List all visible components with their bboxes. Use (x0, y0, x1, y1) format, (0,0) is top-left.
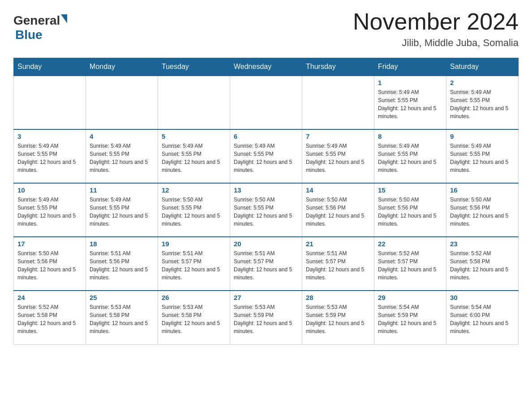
day-number: 19 (162, 240, 226, 248)
day-info: Sunrise: 5:53 AMSunset: 5:58 PMDaylight:… (162, 303, 226, 335)
calendar-cell: 23Sunrise: 5:52 AMSunset: 5:58 PMDayligh… (446, 237, 519, 291)
day-number: 29 (378, 294, 442, 301)
calendar-cell: 15Sunrise: 5:50 AMSunset: 5:56 PMDayligh… (374, 183, 446, 237)
calendar-cell: 4Sunrise: 5:49 AMSunset: 5:55 PMDaylight… (86, 129, 158, 183)
calendar-cell: 13Sunrise: 5:50 AMSunset: 5:55 PMDayligh… (230, 183, 302, 237)
day-number: 17 (17, 240, 82, 248)
logo-general-text: General (13, 13, 60, 28)
calendar-cell: 12Sunrise: 5:50 AMSunset: 5:55 PMDayligh… (158, 183, 230, 237)
day-number: 20 (234, 240, 298, 248)
day-info: Sunrise: 5:49 AMSunset: 5:55 PMDaylight:… (450, 142, 515, 174)
calendar-header-thursday: Thursday (302, 58, 374, 76)
day-info: Sunrise: 5:50 AMSunset: 5:55 PMDaylight:… (234, 196, 298, 228)
calendar-cell: 21Sunrise: 5:51 AMSunset: 5:57 PMDayligh… (302, 237, 374, 291)
calendar-cell: 7Sunrise: 5:49 AMSunset: 5:55 PMDaylight… (302, 129, 374, 183)
day-info: Sunrise: 5:50 AMSunset: 5:56 PMDaylight:… (17, 249, 82, 282)
day-info: Sunrise: 5:54 AMSunset: 5:59 PMDaylight:… (378, 303, 442, 335)
location-subtitle: Jilib, Middle Juba, Somalia (353, 37, 519, 49)
day-number: 8 (378, 133, 442, 140)
calendar-cell: 24Sunrise: 5:52 AMSunset: 5:58 PMDayligh… (14, 291, 86, 344)
calendar-cell (302, 76, 374, 129)
day-number: 22 (378, 240, 442, 248)
day-info: Sunrise: 5:52 AMSunset: 5:58 PMDaylight:… (17, 303, 82, 335)
day-number: 3 (17, 133, 82, 140)
day-number: 5 (162, 133, 226, 140)
day-info: Sunrise: 5:53 AMSunset: 5:59 PMDaylight:… (306, 303, 370, 335)
day-number: 9 (450, 133, 515, 140)
page-header: General Blue November 2024 Jilib, Middle… (13, 9, 519, 49)
calendar-cell: 22Sunrise: 5:52 AMSunset: 5:57 PMDayligh… (374, 237, 446, 291)
day-number: 27 (234, 294, 298, 301)
day-info: Sunrise: 5:52 AMSunset: 5:58 PMDaylight:… (450, 249, 515, 282)
logo-blue-text: Blue (15, 28, 43, 42)
calendar-cell: 1Sunrise: 5:49 AMSunset: 5:55 PMDaylight… (374, 76, 446, 129)
calendar-cell: 14Sunrise: 5:50 AMSunset: 5:56 PMDayligh… (302, 183, 374, 237)
calendar-cell: 3Sunrise: 5:49 AMSunset: 5:55 PMDaylight… (14, 129, 86, 183)
day-info: Sunrise: 5:49 AMSunset: 5:55 PMDaylight:… (378, 88, 442, 120)
day-number: 14 (306, 186, 370, 194)
calendar-cell: 20Sunrise: 5:51 AMSunset: 5:57 PMDayligh… (230, 237, 302, 291)
day-number: 16 (450, 186, 515, 194)
day-number: 28 (306, 294, 370, 301)
day-number: 30 (450, 294, 515, 301)
calendar-cell: 17Sunrise: 5:50 AMSunset: 5:56 PMDayligh… (14, 237, 86, 291)
day-info: Sunrise: 5:49 AMSunset: 5:55 PMDaylight:… (17, 196, 82, 228)
day-info: Sunrise: 5:50 AMSunset: 5:56 PMDaylight:… (378, 196, 442, 228)
calendar-week-row: 24Sunrise: 5:52 AMSunset: 5:58 PMDayligh… (14, 291, 519, 344)
calendar-header-monday: Monday (86, 58, 158, 76)
day-info: Sunrise: 5:49 AMSunset: 5:55 PMDaylight:… (306, 142, 370, 174)
day-number: 13 (234, 186, 298, 194)
day-info: Sunrise: 5:49 AMSunset: 5:55 PMDaylight:… (378, 142, 442, 174)
calendar-cell: 26Sunrise: 5:53 AMSunset: 5:58 PMDayligh… (158, 291, 230, 344)
logo-triangle-icon (61, 14, 67, 23)
day-number: 21 (306, 240, 370, 248)
day-info: Sunrise: 5:49 AMSunset: 5:55 PMDaylight:… (162, 142, 226, 174)
calendar-cell: 19Sunrise: 5:51 AMSunset: 5:57 PMDayligh… (158, 237, 230, 291)
calendar-header-sunday: Sunday (14, 58, 86, 76)
calendar-cell (230, 76, 302, 129)
calendar-cell: 10Sunrise: 5:49 AMSunset: 5:55 PMDayligh… (14, 183, 86, 237)
day-number: 4 (90, 133, 154, 140)
calendar-table: SundayMondayTuesdayWednesdayThursdayFrid… (13, 58, 519, 345)
calendar-cell: 27Sunrise: 5:53 AMSunset: 5:59 PMDayligh… (230, 291, 302, 344)
day-info: Sunrise: 5:49 AMSunset: 5:55 PMDaylight:… (17, 142, 82, 174)
day-number: 6 (234, 133, 298, 140)
calendar-header-tuesday: Tuesday (158, 58, 230, 76)
day-info: Sunrise: 5:50 AMSunset: 5:56 PMDaylight:… (450, 196, 515, 228)
calendar-cell: 6Sunrise: 5:49 AMSunset: 5:55 PMDaylight… (230, 129, 302, 183)
day-info: Sunrise: 5:49 AMSunset: 5:55 PMDaylight:… (234, 142, 298, 174)
day-number: 15 (378, 186, 442, 194)
day-number: 10 (17, 186, 82, 194)
day-info: Sunrise: 5:53 AMSunset: 5:58 PMDaylight:… (90, 303, 154, 335)
day-info: Sunrise: 5:51 AMSunset: 5:57 PMDaylight:… (234, 249, 298, 282)
calendar-cell: 30Sunrise: 5:54 AMSunset: 6:00 PMDayligh… (446, 291, 519, 344)
day-info: Sunrise: 5:50 AMSunset: 5:56 PMDaylight:… (306, 196, 370, 228)
day-number: 26 (162, 294, 226, 301)
day-number: 23 (450, 240, 515, 248)
day-number: 25 (90, 294, 154, 301)
day-number: 12 (162, 186, 226, 194)
day-number: 2 (450, 79, 515, 86)
day-info: Sunrise: 5:49 AMSunset: 5:55 PMDaylight:… (90, 196, 154, 228)
calendar-header-row: SundayMondayTuesdayWednesdayThursdayFrid… (14, 58, 519, 76)
calendar-header-saturday: Saturday (446, 58, 519, 76)
day-number: 11 (90, 186, 154, 194)
calendar-cell (14, 76, 86, 129)
day-number: 1 (378, 79, 442, 86)
title-area: November 2024 Jilib, Middle Juba, Somali… (353, 9, 519, 49)
calendar-cell: 2Sunrise: 5:49 AMSunset: 5:55 PMDaylight… (446, 76, 519, 129)
day-info: Sunrise: 5:53 AMSunset: 5:59 PMDaylight:… (234, 303, 298, 335)
calendar-cell: 16Sunrise: 5:50 AMSunset: 5:56 PMDayligh… (446, 183, 519, 237)
calendar-header-wednesday: Wednesday (230, 58, 302, 76)
calendar-cell (158, 76, 230, 129)
calendar-week-row: 10Sunrise: 5:49 AMSunset: 5:55 PMDayligh… (14, 183, 519, 237)
day-info: Sunrise: 5:50 AMSunset: 5:55 PMDaylight:… (162, 196, 226, 228)
calendar-cell: 9Sunrise: 5:49 AMSunset: 5:55 PMDaylight… (446, 129, 519, 183)
calendar-cell: 11Sunrise: 5:49 AMSunset: 5:55 PMDayligh… (86, 183, 158, 237)
day-number: 7 (306, 133, 370, 140)
calendar-week-row: 3Sunrise: 5:49 AMSunset: 5:55 PMDaylight… (14, 129, 519, 183)
calendar-cell (86, 76, 158, 129)
calendar-week-row: 17Sunrise: 5:50 AMSunset: 5:56 PMDayligh… (14, 237, 519, 291)
calendar-cell: 5Sunrise: 5:49 AMSunset: 5:55 PMDaylight… (158, 129, 230, 183)
calendar-week-row: 1Sunrise: 5:49 AMSunset: 5:55 PMDaylight… (14, 76, 519, 129)
